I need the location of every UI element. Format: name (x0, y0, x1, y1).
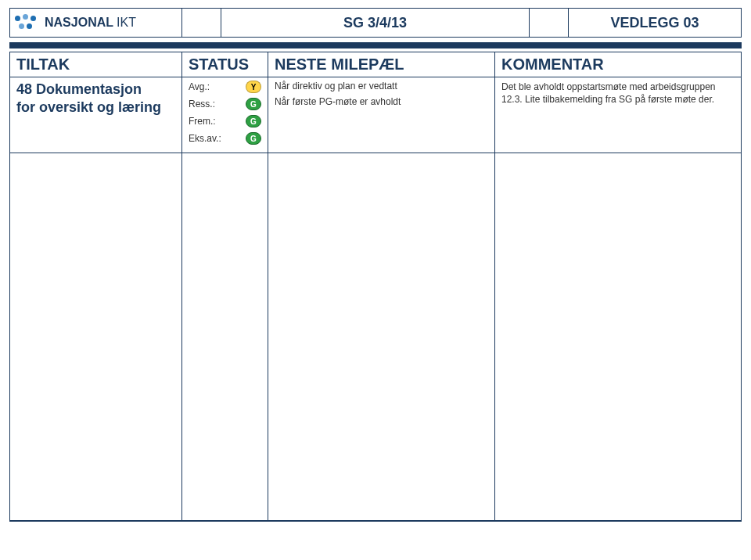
header-row: NASJONAL IKT SG 3/4/13 VEDLEGG 03 (9, 8, 742, 38)
cell-status: Avg.: Y Ress.: G Frem.: G Eks.av.: G (182, 77, 268, 153)
table-header-row: TILTAK STATUS NESTE MILEPÆL KOMMENTAR (10, 52, 741, 77)
milepael-item: Når første PG-møte er avholdt (275, 96, 488, 107)
cell-kommentar: Det ble avholdt oppstartsmøte med arbeid… (495, 77, 741, 153)
kommentar-text: Det ble avholdt oppstartsmøte med arbeid… (501, 81, 735, 106)
cell-milepael: Når direktiv og plan er vedtatt Når førs… (268, 77, 495, 153)
header-center-text: SG 3/4/13 (343, 15, 407, 31)
tiltak-line-2: for oversikt og læring (16, 99, 175, 117)
status-row-frem: Frem.: G (189, 115, 261, 127)
header-logo-cell: NASJONAL IKT (10, 9, 182, 37)
header-spacer-2 (530, 9, 569, 37)
header-center: SG 3/4/13 (221, 9, 530, 37)
header-right: VEDLEGG 03 (569, 9, 741, 37)
status-badge: Y (246, 81, 261, 93)
main-table: TILTAK STATUS NESTE MILEPÆL KOMMENTAR 48… (9, 52, 742, 522)
status-label: Frem.: (189, 116, 225, 127)
th-milepael: NESTE MILEPÆL (268, 52, 495, 77)
status-label: Eks.av.: (189, 133, 225, 144)
logo-text: NASJONAL IKT (45, 16, 136, 30)
status-label: Avg.: (189, 81, 225, 92)
empty-cell (268, 153, 495, 521)
logo-main: NASJONAL (45, 16, 113, 30)
status-badge: G (246, 98, 261, 110)
empty-cell (10, 153, 182, 521)
tiltak-line-1: 48 Dokumentasjon (16, 81, 175, 99)
status-badge: G (246, 115, 261, 127)
header-spacer-1 (182, 9, 221, 37)
cell-tiltak: 48 Dokumentasjon for oversikt og læring (10, 77, 182, 153)
empty-cell (182, 153, 268, 521)
logo-sub: IKT (117, 16, 136, 30)
th-kommentar: KOMMENTAR (495, 52, 741, 77)
logo-dots-icon (15, 14, 40, 31)
th-tiltak: TILTAK (10, 52, 182, 77)
header-divider (9, 42, 742, 48)
table-empty-row (10, 153, 741, 521)
logo: NASJONAL IKT (15, 14, 136, 31)
empty-cell (495, 153, 741, 521)
status-row-avg: Avg.: Y (189, 81, 261, 93)
th-status: STATUS (182, 52, 268, 77)
status-label: Ress.: (189, 99, 225, 109)
status-row-eksav: Eks.av.: G (189, 132, 261, 145)
status-row-ress: Ress.: G (189, 98, 261, 110)
header-right-text: VEDLEGG 03 (610, 15, 699, 31)
milepael-item: Når direktiv og plan er vedtatt (275, 81, 488, 92)
status-badge: G (246, 132, 261, 145)
table-row: 48 Dokumentasjon for oversikt og læring … (10, 77, 741, 153)
